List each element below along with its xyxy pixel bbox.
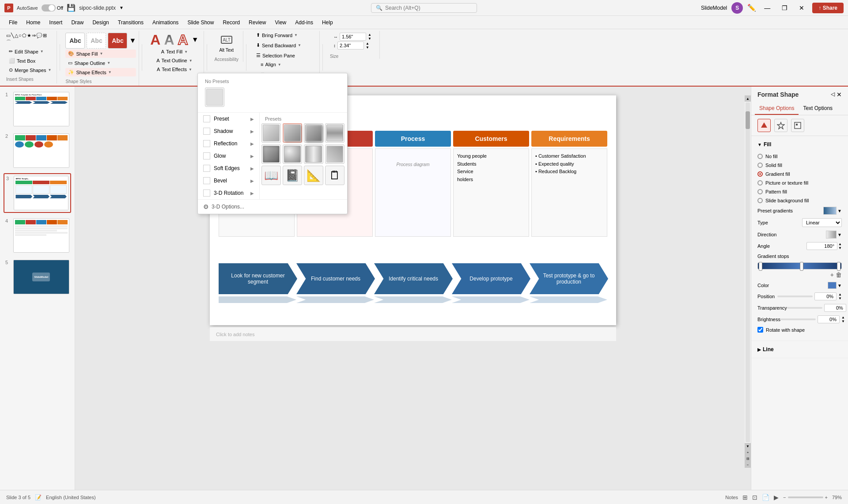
zoom-slider[interactable]: [788, 496, 823, 498]
panel-close-icon[interactable]: ✕: [837, 91, 842, 98]
scroll-up-btn[interactable]: ▲: [745, 95, 751, 102]
panel-collapse-icon[interactable]: ◁: [831, 91, 835, 98]
save-icon[interactable]: 💾: [67, 4, 76, 12]
menu-record[interactable]: Record: [218, 18, 244, 27]
menu-design[interactable]: Design: [88, 18, 113, 27]
menu-insert[interactable]: Insert: [45, 18, 67, 27]
tab-shape-options[interactable]: Shape Options: [755, 102, 799, 115]
shape-style-1[interactable]: Abc: [65, 33, 85, 49]
thumbnail-3[interactable]: 3 SIPOC Templa...: [4, 173, 71, 213]
maximize-button[interactable]: ❐: [778, 4, 791, 12]
zoom-value[interactable]: 79%: [832, 495, 842, 500]
preset-gradient-arrow[interactable]: ▼: [837, 208, 842, 213]
scroll-zoom-btn1[interactable]: +: [745, 449, 751, 455]
reflection-menu-item[interactable]: Reflection ▶: [198, 137, 259, 150]
thumbnail-1[interactable]: 1 SIPOC Template for PowerPoint: [4, 90, 71, 128]
fill-option-pattern[interactable]: Pattern fill: [757, 187, 842, 196]
present-btn[interactable]: ▶: [774, 494, 779, 501]
tab-text-options[interactable]: Text Options: [799, 102, 837, 115]
radio-slide-bg-fill[interactable]: [757, 198, 763, 203]
rotate-with-shape-checkbox[interactable]: [757, 327, 763, 333]
bevel-menu-item[interactable]: Bevel ▶: [198, 174, 259, 187]
angle-input[interactable]: [806, 242, 837, 250]
preset-3-4[interactable]: 🗒: [325, 166, 344, 185]
slide-area[interactable]: SIPOC Template... Suppliers Inputs Proce…: [75, 87, 751, 490]
step-4[interactable]: Develop prototype: [452, 263, 530, 294]
menu-view[interactable]: View: [270, 18, 291, 27]
step-1[interactable]: Look for new customer segment: [219, 263, 297, 294]
radio-gradient-fill[interactable]: [757, 171, 763, 177]
align-button[interactable]: ≡ Align ▼: [258, 61, 315, 68]
shape-style-3[interactable]: Abc: [108, 33, 127, 49]
curve-icon[interactable]: ⌒: [6, 39, 11, 45]
step-2[interactable]: Find customer needs: [296, 263, 375, 294]
fill-section-header[interactable]: ▼ Fill: [757, 140, 842, 149]
shadow-menu-item[interactable]: Shadow ▶: [198, 125, 259, 137]
no-preset-box[interactable]: [205, 87, 224, 107]
gradient-stop-3[interactable]: [837, 262, 840, 271]
filename-dropdown-icon[interactable]: ▼: [119, 5, 124, 10]
vertical-scrollbar[interactable]: ▲ ▼ + ⊟ −: [745, 95, 751, 468]
remove-stop-btn[interactable]: 🗑: [836, 271, 842, 278]
fill-option-no-fill[interactable]: No fill: [757, 152, 842, 161]
position-spinner[interactable]: ▲▼: [838, 292, 842, 300]
radio-no-fill[interactable]: [757, 154, 763, 159]
scroll-thumb-v[interactable]: [746, 111, 750, 129]
pen-icon[interactable]: ✏️: [747, 4, 756, 12]
more-shapes-icon[interactable]: ⊞: [43, 33, 47, 38]
thumbnail-5[interactable]: 5 SlideModel: [4, 258, 71, 296]
text-box-button[interactable]: ⬜ Text Box: [6, 57, 54, 65]
shape-effects-button[interactable]: ✨ Shape Effects ▼: [65, 68, 136, 76]
minimize-button[interactable]: —: [761, 4, 774, 12]
position-slider[interactable]: [777, 296, 813, 297]
brightness-input[interactable]: [818, 315, 840, 323]
preset-2-3[interactable]: [304, 144, 323, 164]
triangle-icon[interactable]: △: [15, 33, 18, 38]
radio-solid-fill[interactable]: [757, 163, 763, 168]
brightness-spinner[interactable]: ▲▼: [841, 315, 845, 323]
height-input[interactable]: [337, 42, 364, 49]
transparency-slider[interactable]: [787, 307, 822, 309]
menu-draw[interactable]: Draw: [67, 18, 88, 27]
position-input[interactable]: [814, 292, 837, 300]
send-backward-button[interactable]: ⬇ Send Backward ▼: [254, 41, 315, 49]
preset-gradient-swatch[interactable]: [823, 207, 837, 215]
transparency-input[interactable]: [824, 304, 846, 312]
thumbnail-2[interactable]: 2: [4, 132, 71, 170]
gradient-stop-2[interactable]: [800, 262, 803, 271]
height-spinner[interactable]: ▲▼: [366, 42, 369, 49]
preset-2-4[interactable]: [325, 144, 344, 164]
text-outline-button[interactable]: A Text Outline ▼: [154, 57, 195, 64]
scroll-down-btn[interactable]: ▼: [745, 443, 751, 449]
preset-1-3[interactable]: [304, 123, 323, 143]
size-props-icon-btn[interactable]: [791, 119, 804, 132]
step-3[interactable]: Identify critical needs: [374, 263, 453, 294]
selection-pane-button[interactable]: ☰ Selection Pane: [254, 51, 315, 60]
notes-area[interactable]: Click to add notes: [210, 327, 616, 341]
fill-line-icon-btn[interactable]: [757, 119, 771, 132]
fill-option-picture[interactable]: Picture or texture fill: [757, 178, 842, 187]
preset-3-2[interactable]: 📓: [283, 166, 302, 185]
shape-styles-expand-icon[interactable]: ▼: [129, 37, 136, 45]
direction-arrow[interactable]: ▼: [837, 232, 842, 237]
preset-1-2[interactable]: [283, 123, 302, 143]
3d-rotation-menu-item[interactable]: 3-D Rotation ▶: [198, 187, 259, 199]
text-style-a3[interactable]: A: [178, 33, 188, 47]
menu-review[interactable]: Review: [244, 18, 270, 27]
direction-swatch[interactable]: [826, 231, 837, 239]
zoom-in-btn[interactable]: +: [825, 495, 828, 500]
shape-style-2[interactable]: Abc: [87, 33, 106, 49]
pentagon-icon[interactable]: ⬠: [22, 33, 26, 38]
3d-options-button[interactable]: ⚙ 3-D Options...: [198, 199, 347, 214]
width-input[interactable]: [340, 33, 366, 41]
text-style-a2[interactable]: A: [164, 33, 174, 47]
fill-option-gradient[interactable]: Gradient fill: [757, 170, 842, 178]
user-avatar[interactable]: S: [731, 2, 743, 14]
circle-icon[interactable]: ○: [19, 33, 22, 38]
menu-addins[interactable]: Add-ins: [291, 18, 318, 27]
type-select[interactable]: Linear: [802, 218, 842, 227]
text-effects-button[interactable]: A Text Effects ▼: [154, 65, 195, 73]
color-swatch[interactable]: [828, 282, 837, 289]
preset-2-2[interactable]: [283, 144, 302, 164]
step-5[interactable]: Test prototype & go to production: [530, 263, 608, 294]
